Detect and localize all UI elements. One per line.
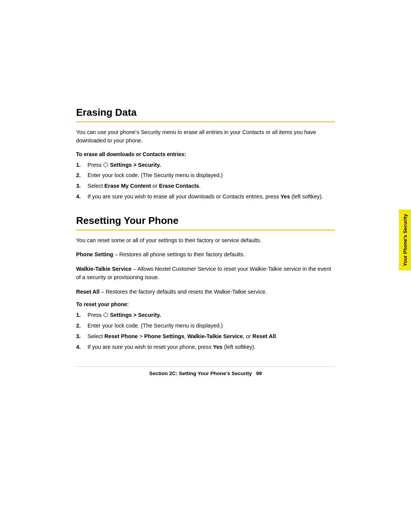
definition-phone-setting: Phone Setting – Restores all phone setti… — [76, 251, 335, 259]
def-sep-2: – — [132, 266, 137, 272]
resetting-step-3-text: Select Reset Phone > Phone Settings, Wal… — [88, 333, 277, 339]
def-term-walkie-talkie: Walkie-Talkie Service — [76, 266, 132, 272]
erase-contacts: Erase Contacts — [159, 183, 199, 189]
footer-section-label: Section 2C: Setting Your Phone's Securit… — [149, 371, 252, 376]
resetting-phone-intro: You can reset some or all of your settin… — [76, 236, 335, 245]
phone-settings-bold: Phone Settings — [144, 333, 185, 339]
definition-reset-all: Reset All – Restores the factory default… — [76, 288, 335, 296]
def-desc-reset-all: Restores the factory defaults and resets… — [106, 289, 267, 295]
to-reset-heading: To reset your phone: — [76, 301, 335, 307]
resetting-phone-title: Resetting Your Phone — [76, 215, 335, 230]
reset-step-num-1: 1. — [76, 311, 81, 320]
reset-all-bold: Reset All — [252, 333, 276, 339]
reset-phone-bold: Reset Phone — [104, 333, 138, 339]
resetting-step-3: 3. Select Reset Phone > Phone Settings, … — [76, 332, 335, 341]
circle-icon-1 — [104, 163, 108, 167]
resetting-step-1: 1. Press Settings > Security. — [76, 311, 335, 320]
erasing-step-4: 4. If you are sure you wish to erase all… — [76, 193, 335, 201]
erasing-data-title: Erasing Data — [76, 107, 335, 122]
erasing-step-3: 3. Select Erase My Content or Erase Cont… — [76, 182, 335, 190]
side-tab: Your Phone's Security — [399, 209, 411, 270]
erasing-step-2: 2. Enter your lock code. (The Security m… — [76, 171, 335, 180]
erasing-steps-list: 1. Press Settings > Security. 2. Enter y… — [76, 161, 335, 201]
erasing-instruction-heading: To erase all downloads or Contacts entri… — [76, 151, 335, 157]
footer-page-num: 99 — [256, 371, 262, 376]
resetting-step-2-text: Enter your lock code. (The Security menu… — [88, 323, 223, 329]
resetting-step-4: 4. If you are sure you wish to reset you… — [76, 343, 335, 351]
erasing-step-2-text: Enter your lock code. (The Security menu… — [88, 172, 223, 178]
def-term-phone-setting: Phone Setting — [76, 251, 113, 257]
reset-step-num-4: 4. — [76, 343, 81, 351]
step-num-3: 3. — [76, 182, 81, 190]
resetting-step-1-text: Press Settings > Security. — [88, 312, 161, 318]
erasing-step-4-text: If you are sure you wish to erase all yo… — [88, 193, 323, 200]
step-num-2: 2. — [76, 171, 81, 180]
reset-step-num-2: 2. — [76, 322, 81, 330]
erasing-step-1-text: Press Settings > Security. — [88, 162, 161, 168]
content-area: Erasing Data You can use your phone's Se… — [76, 0, 335, 532]
circle-icon-2 — [104, 313, 108, 317]
erasing-data-intro: You can use your phone's Security menu t… — [76, 128, 335, 145]
resetting-steps-list: 1. Press Settings > Security. 2. Enter y… — [76, 311, 335, 351]
yes-softkey-reset: Yes — [213, 344, 223, 350]
step-num-4: 4. — [76, 193, 81, 201]
page-footer: Section 2C: Setting Your Phone's Securit… — [76, 366, 335, 376]
page-container: Your Phone's Security Erasing Data You c… — [0, 0, 411, 532]
resetting-step-4-text: If you are sure you wish to reset your p… — [88, 344, 256, 350]
yes-softkey-erase: Yes — [280, 193, 290, 200]
def-sep-3: – — [100, 289, 106, 295]
reset-step-num-3: 3. — [76, 332, 81, 341]
resetting-step-1-bold: Settings > Security. — [108, 312, 161, 318]
erase-my-content: Erase My Content — [104, 183, 151, 189]
erasing-step-3-text: Select Erase My Content or Erase Contact… — [88, 183, 201, 189]
resetting-step-2: 2. Enter your lock code. (The Security m… — [76, 322, 335, 330]
resetting-phone-section: Resetting Your Phone You can reset some … — [76, 215, 335, 377]
erasing-data-section: Erasing Data You can use your phone's Se… — [76, 107, 335, 201]
def-sep-1: – — [113, 251, 119, 257]
side-tab-label: Your Phone's Security — [402, 214, 408, 266]
step-num-1: 1. — [76, 161, 81, 169]
erasing-step-1: 1. Press Settings > Security. — [76, 161, 335, 169]
definition-walkie-talkie: Walkie-Talkie Service – Allows Nextel Cu… — [76, 265, 335, 282]
def-desc-phone-setting: Restores all phone settings to their fac… — [119, 251, 245, 257]
erasing-step-1-bold: Settings > Security. — [108, 162, 161, 168]
def-term-reset-all: Reset All — [76, 289, 100, 295]
walkie-talkie-service-bold: Walkie-Talkie Service — [187, 333, 243, 339]
